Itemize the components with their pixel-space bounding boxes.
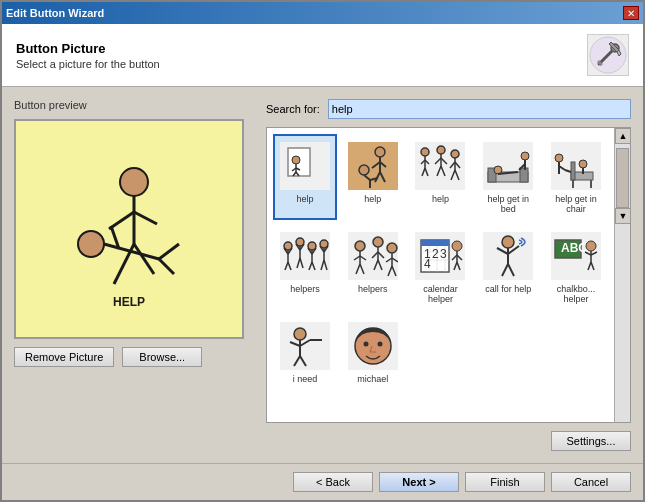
svg-point-34 bbox=[421, 148, 429, 156]
svg-point-46 bbox=[451, 150, 459, 158]
svg-point-161 bbox=[377, 342, 382, 347]
svg-line-6 bbox=[109, 212, 134, 229]
svg-text:4: 4 bbox=[424, 257, 431, 271]
close-button[interactable]: ✕ bbox=[623, 6, 639, 20]
grid-item-label: helpers bbox=[290, 284, 320, 294]
chalkboard-helper-icon: ABC bbox=[551, 232, 601, 280]
header-subtitle: Select a picture for the button bbox=[16, 58, 160, 70]
grid-item[interactable]: help bbox=[273, 134, 337, 220]
left-panel: Button preview bbox=[14, 99, 254, 451]
settings-row: Settings... bbox=[266, 431, 631, 451]
help-get-in-chair-icon bbox=[551, 142, 601, 190]
grid-item-label: calendar helper bbox=[413, 284, 469, 304]
svg-point-16 bbox=[292, 156, 300, 164]
header-text: Button Picture Select a picture for the … bbox=[16, 41, 160, 70]
grid-item[interactable]: helpers bbox=[341, 224, 405, 310]
title-bar-text: Edit Button Wizard bbox=[6, 7, 104, 19]
svg-point-23 bbox=[375, 147, 385, 157]
helpers-icon-2 bbox=[348, 232, 398, 280]
grid-item[interactable]: michael bbox=[341, 314, 405, 390]
svg-line-11 bbox=[159, 259, 174, 274]
michael-icon bbox=[348, 322, 398, 370]
svg-text:3: 3 bbox=[440, 247, 447, 261]
cancel-button[interactable]: Cancel bbox=[551, 472, 631, 492]
grid-item-label: help get in chair bbox=[548, 194, 604, 214]
grid-item[interactable]: help bbox=[409, 134, 473, 220]
svg-point-58 bbox=[521, 152, 529, 160]
grid-item-label: help bbox=[364, 194, 381, 204]
back-button[interactable]: < Back bbox=[293, 472, 373, 492]
search-row: Search for: bbox=[266, 99, 631, 119]
grid-item[interactable]: helpers bbox=[273, 224, 337, 310]
header-title: Button Picture bbox=[16, 41, 160, 56]
remove-picture-button[interactable]: Remove Picture bbox=[14, 347, 114, 367]
grid-item-image: ABC bbox=[550, 230, 602, 282]
svg-point-68 bbox=[555, 154, 563, 162]
next-button[interactable]: Next > bbox=[379, 472, 459, 492]
footer: < Back Next > Finish Cancel bbox=[2, 463, 643, 500]
grid-item-label: help bbox=[432, 194, 449, 204]
grid-item-label: michael bbox=[357, 374, 388, 384]
help-get-in-bed-icon bbox=[483, 142, 533, 190]
svg-point-40 bbox=[437, 146, 445, 154]
svg-point-2 bbox=[120, 168, 148, 196]
svg-text:HELP: HELP bbox=[113, 295, 145, 309]
search-label: Search for: bbox=[266, 103, 320, 115]
wizard-icon bbox=[589, 36, 627, 74]
svg-point-128 bbox=[452, 241, 462, 251]
svg-rect-22 bbox=[348, 142, 398, 190]
svg-rect-63 bbox=[571, 162, 575, 180]
scrollbar[interactable]: ▲ ▼ bbox=[614, 128, 630, 422]
grid-item-label: help get in bed bbox=[480, 194, 536, 214]
grid-item-image bbox=[279, 230, 331, 282]
preview-image: HELP bbox=[39, 144, 219, 314]
svg-point-29 bbox=[359, 165, 369, 175]
svg-point-104 bbox=[373, 237, 383, 247]
preview-buttons: Remove Picture Browse... bbox=[14, 347, 254, 367]
svg-text:2: 2 bbox=[432, 247, 439, 261]
grid-item-image bbox=[347, 140, 399, 192]
grid-item-image bbox=[482, 140, 534, 192]
grid-item-image bbox=[279, 140, 331, 192]
preview-label: Button preview bbox=[14, 99, 254, 111]
help-icon-1 bbox=[280, 142, 330, 190]
image-grid-container: help bbox=[266, 127, 631, 423]
call-for-help-icon bbox=[483, 232, 533, 280]
svg-line-10 bbox=[159, 244, 179, 259]
grid-item-image bbox=[279, 320, 331, 372]
grid-item[interactable]: i need bbox=[273, 314, 337, 390]
help-icon-2 bbox=[348, 142, 398, 190]
grid-item[interactable]: help get in chair bbox=[544, 134, 608, 220]
search-input[interactable] bbox=[328, 99, 631, 119]
calendar-helper-icon: 1 2 3 4 bbox=[415, 232, 465, 280]
svg-point-135 bbox=[502, 236, 514, 248]
scrollbar-thumb[interactable] bbox=[616, 148, 629, 208]
scroll-down-button[interactable]: ▼ bbox=[615, 208, 631, 224]
svg-point-110 bbox=[387, 243, 397, 253]
grid-item[interactable]: 1 2 3 4 bbox=[409, 224, 473, 310]
grid-item-image bbox=[550, 140, 602, 192]
svg-point-144 bbox=[586, 241, 596, 251]
grid-item-label: help bbox=[296, 194, 313, 204]
grid-item[interactable]: help bbox=[341, 134, 405, 220]
header-area: Button Picture Select a picture for the … bbox=[2, 24, 643, 87]
grid-item[interactable]: ABC chalkbo... helper bbox=[544, 224, 608, 310]
svg-point-160 bbox=[363, 342, 368, 347]
browse-button[interactable]: Browse... bbox=[122, 347, 202, 367]
grid-item-label: helpers bbox=[358, 284, 388, 294]
svg-point-66 bbox=[579, 160, 587, 168]
preview-box: HELP bbox=[14, 119, 244, 339]
grid-item-image: 1 2 3 4 bbox=[414, 230, 466, 282]
finish-button[interactable]: Finish bbox=[465, 472, 545, 492]
svg-point-98 bbox=[355, 241, 365, 251]
grid-item[interactable]: help get in bed bbox=[476, 134, 540, 220]
svg-line-7 bbox=[134, 212, 157, 224]
svg-line-5 bbox=[134, 244, 154, 274]
settings-button[interactable]: Settings... bbox=[551, 431, 631, 451]
grid-item[interactable]: call for help bbox=[476, 224, 540, 310]
scroll-up-button[interactable]: ▲ bbox=[615, 128, 631, 144]
svg-point-8 bbox=[78, 231, 104, 257]
help-icon-3 bbox=[415, 142, 465, 190]
grid-item-label: call for help bbox=[485, 284, 531, 294]
svg-rect-55 bbox=[520, 168, 528, 182]
